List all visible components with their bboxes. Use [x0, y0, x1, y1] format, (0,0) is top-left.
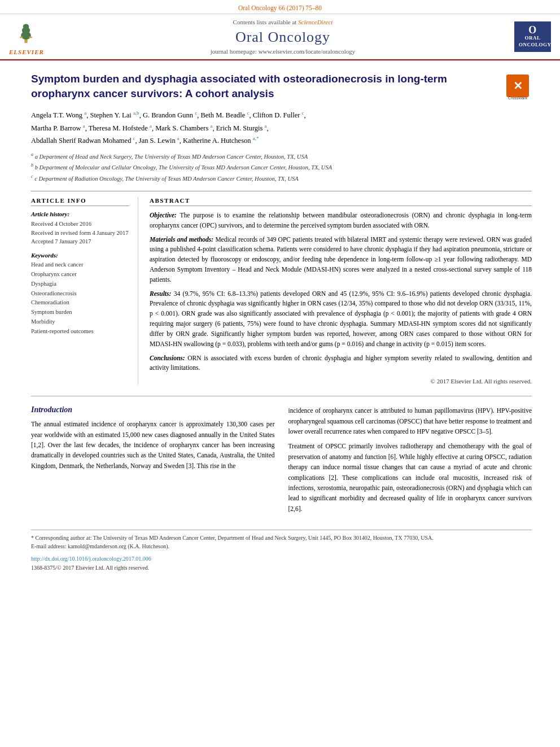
- keyword-1: Head and neck cancer: [31, 260, 129, 270]
- journal-header-center: Contents lists available at ScienceDirec…: [65, 19, 500, 55]
- affiliations-block: a a Department of Head and Neck Surgery,…: [31, 151, 532, 183]
- authors-line3: Abdallah Sherif Radwan Mohamed c, Jan S.…: [31, 137, 259, 145]
- svg-rect-5: [29, 36, 32, 38]
- crossmark-svg: ✕ CrossMark: [506, 75, 529, 100]
- keyword-7: Morbidity: [31, 317, 129, 327]
- journal-homepage: journal homepage: www.elsevier.com/locat…: [77, 48, 489, 55]
- results-label: Results:: [150, 290, 171, 297]
- article-title: Symptom burden and dysphagia associated …: [31, 72, 498, 101]
- methods-text: Medical records of 349 OPC patients trea…: [150, 236, 532, 283]
- intro-title: Introduction: [31, 405, 275, 414]
- oral-oncology-badge: O ORAL ONCOLOGY: [514, 21, 551, 51]
- doi-link1[interactable]: http://dx.doi.org/10.1016/j.oraloncology…: [31, 556, 151, 562]
- methods-label: Materials and methods:: [150, 236, 213, 243]
- svg-rect-4: [20, 36, 23, 38]
- keyword-6: Symptom burden: [31, 308, 129, 317]
- journal-volume-info: Oral Oncology 66 (2017) 75–80: [238, 5, 322, 11]
- body-col-left: Introduction The annual estimated incide…: [31, 405, 275, 518]
- crossmark-icon[interactable]: ✕ CrossMark: [506, 75, 532, 102]
- affil-text-b: b Department of Molecular and Cellular O…: [35, 164, 332, 171]
- svg-rect-0: [24, 39, 27, 43]
- journal-top-bar: Oral Oncology 66 (2017) 75–80: [0, 0, 560, 14]
- abstract-results: Results: 34 (9.7%, 95% CI: 6.8–13.3%) pa…: [150, 289, 532, 350]
- copyright-line: © 2017 Elsevier Ltd. All rights reserved…: [150, 378, 532, 385]
- intro-para3: Treatment of OPSCC primarily involves ra…: [288, 441, 532, 514]
- history-label: Article history:: [31, 211, 129, 217]
- abstract-column: ABSTRACT Objective: The purpose is to ex…: [150, 197, 532, 385]
- affiliation-a: a a Department of Head and Neck Surgery,…: [31, 151, 532, 161]
- conclusions-label: Conclusions:: [150, 355, 185, 361]
- abstract-header: ABSTRACT: [150, 197, 532, 206]
- svg-text:CrossMark: CrossMark: [508, 96, 527, 100]
- objective-text: The purpose is to examine the relationsh…: [150, 212, 532, 229]
- elsevier-wordmark: ELSEVIER: [9, 49, 54, 55]
- history-item-1: Received 4 October 2016: [31, 220, 129, 229]
- abstract-objective: Objective: The purpose is to examine the…: [150, 211, 532, 231]
- sciencedirect-label: Contents lists available at: [233, 19, 297, 25]
- article-info-column: ARTICLE INFO Article history: Received 4…: [31, 197, 138, 385]
- badge-o-letter: O: [519, 25, 546, 35]
- elsevier-tree-svg: [9, 21, 43, 44]
- affiliation-b: b b Department of Molecular and Cellular…: [31, 162, 532, 172]
- affil-text-a: a Department of Head and Neck Surgery, T…: [35, 154, 308, 160]
- conclusions-text: ORN is associated with excess burden of …: [150, 355, 532, 372]
- keywords-label: Keywords:: [31, 252, 129, 259]
- abstract-methods: Materials and methods: Medical records o…: [150, 235, 532, 285]
- history-item-2: Received in revised form 4 January 2017: [31, 229, 129, 238]
- intro-para1-text: The annual estimated incidence of oropha…: [31, 421, 275, 469]
- article-info-header: ARTICLE INFO: [31, 197, 129, 206]
- issn-line: 1368-8375/© 2017 Elsevier Ltd. All right…: [31, 565, 149, 571]
- keyword-4: Osteoradionecrosis: [31, 289, 129, 299]
- authors-line2: Martha P. Barrow a, Theresa M. Hofstede …: [31, 124, 269, 132]
- authors-block: Angela T.T. Wong a, Stephen Y. Lai a,b, …: [31, 109, 532, 147]
- intro-para1: The annual estimated incidence of oropha…: [31, 419, 275, 471]
- keyword-8: Patient-reported outcomes: [31, 327, 129, 337]
- footnote-corresponding: * Corresponding author at: The Universit…: [31, 534, 532, 542]
- section-divider: [31, 396, 532, 396]
- journal-badge-area: O ORAL ONCOLOGY: [500, 19, 551, 55]
- body-col-right: incidence of oropharynx cancer is attrib…: [288, 405, 532, 518]
- abstract-conclusions: Conclusions: ORN is associated with exce…: [150, 353, 532, 374]
- badge-line2: ONCOLOGY: [519, 42, 552, 47]
- sciencedirect-link[interactable]: ScienceDirect: [298, 19, 333, 25]
- history-item-3: Accepted 7 January 2017: [31, 237, 129, 246]
- footnote-divider: [31, 530, 532, 530]
- article-title-section: Symptom burden and dysphagia associated …: [31, 72, 532, 102]
- elsevier-logo: ELSEVIER: [9, 21, 54, 53]
- journal-header: ELSEVIER Contents lists available at Sci…: [0, 14, 560, 60]
- footnote-email: E-mail address: kamold@mdanderson.org (K…: [31, 542, 532, 551]
- keyword-3: Dysphagia: [31, 279, 129, 289]
- intro-para3-text: Treatment of OPSCC primarily involves ra…: [288, 443, 532, 512]
- intro-para2: incidence of oropharynx cancer is attrib…: [288, 405, 532, 436]
- keyword-5: Chemoradiation: [31, 298, 129, 308]
- affiliation-c: c c Department of Radiation Oncology, Th…: [31, 173, 532, 183]
- intro-para2-text: incidence of oropharynx cancer is attrib…: [288, 407, 532, 435]
- keyword-2: Oropharynx cancer: [31, 270, 129, 279]
- badge-line1: ORAL: [524, 35, 540, 41]
- objective-label: Objective:: [150, 212, 177, 219]
- results-text: 34 (9.7%, 95% CI: 6.8–13.3%) patients de…: [150, 290, 532, 347]
- affil-text-c: c Department of Radiation Oncology, The …: [34, 175, 299, 181]
- svg-point-3: [23, 24, 29, 29]
- authors-line1: Angela T.T. Wong a, Stephen Y. Lai a,b, …: [31, 111, 306, 119]
- body-section: Introduction The annual estimated incide…: [31, 405, 532, 518]
- journal-title: Oral Oncology: [77, 29, 489, 46]
- elsevier-logo-area: ELSEVIER: [9, 19, 65, 55]
- sciencedirect-line: Contents lists available at ScienceDirec…: [77, 19, 489, 25]
- article-content: Symptom burden and dysphagia associated …: [0, 60, 560, 583]
- svg-text:✕: ✕: [513, 80, 523, 92]
- info-abstract-section: ARTICLE INFO Article history: Received 4…: [31, 191, 532, 385]
